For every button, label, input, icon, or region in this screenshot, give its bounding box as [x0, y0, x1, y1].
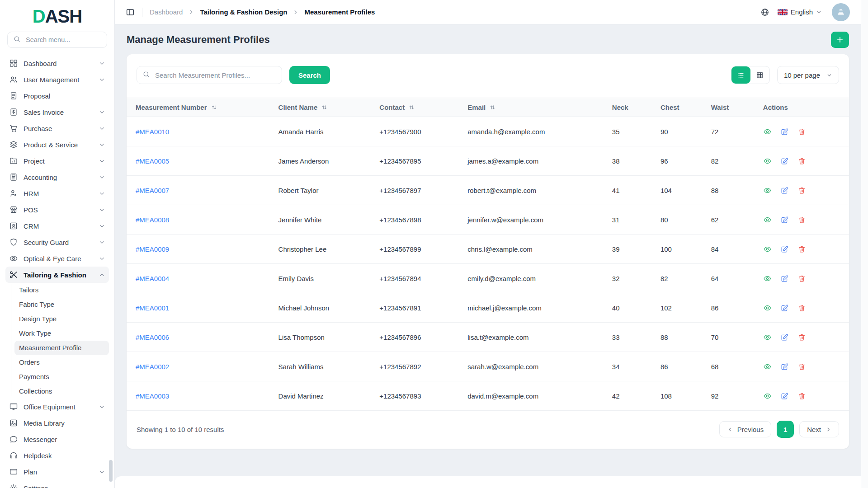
- delete-button[interactable]: [797, 304, 806, 312]
- edit-button[interactable]: [780, 186, 789, 195]
- sidebar-item-product-service[interactable]: Product & Service: [5, 136, 109, 153]
- view-button[interactable]: [763, 245, 772, 253]
- breadcrumb-item-tailoring-fashion-design[interactable]: Tailoring & Fashion Design: [200, 8, 287, 16]
- column-header-contact[interactable]: Contact: [379, 98, 467, 117]
- sidebar-item-optical-eye-care[interactable]: Optical & Eye Care: [5, 250, 109, 267]
- page-scrollbar[interactable]: [861, 0, 868, 488]
- sidebar-item-settings[interactable]: Settings: [5, 480, 109, 488]
- measurement-number-link[interactable]: #MEA0009: [136, 245, 169, 253]
- measurement-number-link[interactable]: #MEA0003: [136, 392, 169, 400]
- sidebar-subitem-design-type[interactable]: Design Type: [14, 312, 109, 326]
- view-button[interactable]: [763, 362, 772, 371]
- app-logo[interactable]: DASH: [0, 0, 114, 30]
- previous-button[interactable]: Previous: [719, 421, 771, 437]
- delete-button[interactable]: [797, 333, 806, 342]
- breadcrumb-item-dashboard[interactable]: Dashboard: [150, 8, 183, 16]
- view-button[interactable]: [763, 274, 772, 283]
- sort-icon[interactable]: [211, 104, 217, 111]
- sidebar-item-helpdesk[interactable]: Helpdesk: [5, 447, 109, 464]
- edit-button[interactable]: [780, 362, 789, 371]
- edit-button[interactable]: [780, 245, 789, 253]
- waist-cell: 68: [711, 352, 763, 381]
- list-view-button[interactable]: [731, 66, 750, 84]
- sidebar-item-accounting[interactable]: Accounting: [5, 169, 109, 185]
- sidebar-toggle-button[interactable]: [126, 8, 135, 17]
- view-button[interactable]: [763, 127, 772, 136]
- sidebar-subitem-work-type[interactable]: Work Type: [14, 326, 109, 341]
- sidebar-subitem-tailors[interactable]: Tailors: [14, 283, 109, 297]
- sidebar-subitem-measurement-profile[interactable]: Measurement Profile: [14, 341, 109, 355]
- delete-button[interactable]: [797, 392, 806, 400]
- neck-cell: 38: [612, 146, 660, 176]
- table-search-input[interactable]: [154, 71, 276, 80]
- measurement-number-link[interactable]: #MEA0005: [136, 157, 169, 165]
- grid-view-button[interactable]: [750, 66, 769, 84]
- add-button[interactable]: [831, 32, 849, 48]
- edit-button[interactable]: [780, 392, 789, 400]
- sort-icon[interactable]: [408, 104, 415, 111]
- breadcrumb-item-measurement-profiles[interactable]: Measurement Profiles: [304, 8, 375, 16]
- measurement-number-link[interactable]: #MEA0006: [136, 333, 169, 341]
- delete-button[interactable]: [797, 362, 806, 371]
- sidebar-item-office-equipment[interactable]: Office Equipment: [5, 399, 109, 415]
- view-button[interactable]: [763, 186, 772, 195]
- delete-button[interactable]: [797, 186, 806, 195]
- page-1-button[interactable]: 1: [777, 421, 794, 438]
- sidebar-item-user-management[interactable]: User Management: [5, 71, 109, 88]
- sort-icon[interactable]: [489, 104, 496, 111]
- sidebar-subitem-fabric-type[interactable]: Fabric Type: [14, 297, 109, 312]
- measurement-number-link[interactable]: #MEA0001: [136, 304, 169, 312]
- delete-button[interactable]: [797, 216, 806, 224]
- column-header-client-name[interactable]: Client Name: [278, 98, 380, 117]
- view-button[interactable]: [763, 333, 772, 342]
- column-header-email[interactable]: Email: [467, 98, 612, 117]
- delete-button[interactable]: [797, 127, 806, 136]
- sidebar-item-dashboard[interactable]: Dashboard: [5, 55, 109, 71]
- view-button[interactable]: [763, 216, 772, 224]
- sort-icon[interactable]: [321, 104, 328, 111]
- edit-button[interactable]: [780, 333, 789, 342]
- measurement-number-link[interactable]: #MEA0002: [136, 363, 169, 371]
- measurement-number-link[interactable]: #MEA0004: [136, 275, 169, 282]
- sidebar-item-messenger[interactable]: Messenger: [5, 431, 109, 447]
- sidebar-item-purchase[interactable]: Purchase: [5, 120, 109, 136]
- trash-icon: [797, 186, 806, 195]
- measurement-number-link[interactable]: #MEA0010: [136, 128, 169, 136]
- next-button[interactable]: Next: [799, 421, 839, 437]
- delete-button[interactable]: [797, 245, 806, 253]
- edit-button[interactable]: [780, 304, 789, 312]
- language-selector[interactable]: English: [775, 8, 825, 16]
- sidebar-item-hrm[interactable]: HRM: [5, 185, 109, 202]
- client-name-cell: Robert Taylor: [278, 176, 380, 205]
- sidebar-item-plan[interactable]: Plan: [5, 464, 109, 480]
- delete-button[interactable]: [797, 157, 806, 165]
- sidebar-item-security-guard[interactable]: Security Guard: [5, 234, 109, 250]
- globe-icon[interactable]: [760, 8, 769, 17]
- measurement-number-link[interactable]: #MEA0008: [136, 216, 169, 224]
- sidebar-subitem-orders[interactable]: Orders: [14, 355, 109, 370]
- edit-button[interactable]: [780, 157, 789, 165]
- measurement-number-link[interactable]: #MEA0007: [136, 187, 169, 194]
- sidebar-search-input[interactable]: [25, 36, 101, 44]
- edit-button[interactable]: [780, 127, 789, 136]
- avatar[interactable]: [832, 3, 850, 21]
- sidebar-item-crm[interactable]: CRM: [5, 218, 109, 234]
- sidebar-subitem-collections[interactable]: Collections: [14, 384, 109, 399]
- view-button[interactable]: [763, 304, 772, 312]
- view-button[interactable]: [763, 392, 772, 400]
- sidebar-item-media-library[interactable]: Media Library: [5, 415, 109, 431]
- view-button[interactable]: [763, 157, 772, 165]
- sidebar-scrollbar-thumb[interactable]: [109, 460, 113, 482]
- sidebar-subitem-payments[interactable]: Payments: [14, 370, 109, 384]
- search-button[interactable]: Search: [289, 66, 330, 84]
- column-header-measurement-number[interactable]: Measurement Number: [127, 98, 278, 117]
- delete-button[interactable]: [797, 274, 806, 283]
- sidebar-item-proposal[interactable]: Proposal: [5, 88, 109, 104]
- edit-button[interactable]: [780, 216, 789, 224]
- per-page-select[interactable]: 10 per page: [777, 66, 839, 84]
- sidebar-item-project[interactable]: Project: [5, 153, 109, 169]
- sidebar-item-pos[interactable]: POS: [5, 202, 109, 218]
- sidebar-item-sales-invoice[interactable]: Sales Invoice: [5, 104, 109, 120]
- edit-button[interactable]: [780, 274, 789, 283]
- sidebar-item-tailoring-fashion[interactable]: Tailoring & Fashion: [5, 267, 109, 283]
